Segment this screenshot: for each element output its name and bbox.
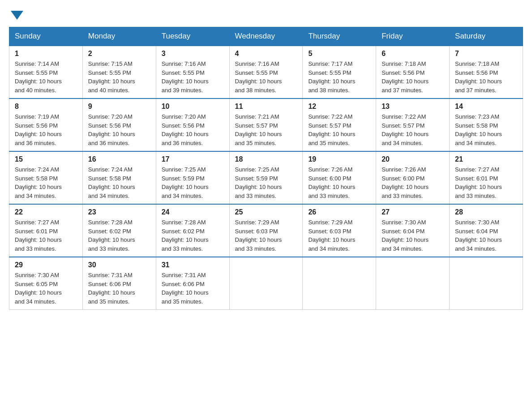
calendar-header-wednesday: Wednesday [229, 27, 303, 46]
day-number: 14 [455, 103, 517, 111]
calendar-cell: 23 Sunrise: 7:28 AMSunset: 6:02 PMDaylig… [82, 204, 156, 257]
day-number: 27 [382, 208, 444, 216]
day-number: 10 [162, 103, 224, 111]
day-info: Sunrise: 7:20 AMSunset: 5:56 PMDaylight:… [162, 113, 209, 146]
day-number: 28 [455, 208, 517, 216]
day-number: 8 [15, 103, 77, 111]
day-number: 17 [162, 155, 224, 163]
day-info: Sunrise: 7:18 AMSunset: 5:56 PMDaylight:… [382, 60, 429, 94]
calendar-cell: 5 Sunrise: 7:17 AMSunset: 5:55 PMDayligh… [303, 46, 376, 98]
day-number: 18 [235, 155, 297, 163]
calendar-week-row: 22 Sunrise: 7:27 AMSunset: 6:01 PMDaylig… [9, 204, 523, 257]
calendar-header-friday: Friday [376, 27, 450, 46]
day-info: Sunrise: 7:26 AMSunset: 6:00 PMDaylight:… [308, 166, 355, 199]
day-info: Sunrise: 7:21 AMSunset: 5:57 PMDaylight:… [235, 113, 282, 146]
calendar-table: SundayMondayTuesdayWednesdayThursdayFrid… [9, 27, 523, 310]
day-number: 16 [88, 155, 150, 163]
day-info: Sunrise: 7:24 AMSunset: 5:58 PMDaylight:… [88, 166, 135, 199]
day-info: Sunrise: 7:15 AMSunset: 5:55 PMDaylight:… [88, 60, 135, 94]
calendar-cell [376, 257, 450, 310]
calendar-header-thursday: Thursday [303, 27, 376, 46]
calendar-cell [450, 257, 523, 310]
day-info: Sunrise: 7:23 AMSunset: 5:58 PMDaylight:… [455, 113, 502, 146]
day-info: Sunrise: 7:24 AMSunset: 5:58 PMDaylight:… [15, 166, 62, 199]
day-number: 12 [308, 103, 370, 111]
day-number: 1 [15, 50, 77, 58]
day-info: Sunrise: 7:26 AMSunset: 6:00 PMDaylight:… [382, 166, 429, 199]
day-number: 19 [308, 155, 370, 163]
day-number: 22 [15, 208, 77, 216]
logo-triangle-icon [11, 11, 23, 20]
day-number: 11 [235, 103, 297, 111]
calendar-cell: 9 Sunrise: 7:20 AMSunset: 5:56 PMDayligh… [82, 98, 156, 151]
calendar-header-tuesday: Tuesday [156, 27, 229, 46]
day-info: Sunrise: 7:31 AMSunset: 6:06 PMDaylight:… [162, 272, 209, 305]
day-info: Sunrise: 7:30 AMSunset: 6:04 PMDaylight:… [382, 219, 429, 252]
calendar-cell [303, 257, 376, 310]
calendar-cell: 11 Sunrise: 7:21 AMSunset: 5:57 PMDaylig… [229, 98, 303, 151]
day-number: 31 [162, 261, 224, 269]
day-info: Sunrise: 7:16 AMSunset: 5:55 PMDaylight:… [162, 60, 209, 94]
calendar-cell: 19 Sunrise: 7:26 AMSunset: 6:00 PMDaylig… [303, 151, 376, 204]
calendar-cell: 14 Sunrise: 7:23 AMSunset: 5:58 PMDaylig… [450, 98, 523, 151]
calendar-cell: 26 Sunrise: 7:29 AMSunset: 6:03 PMDaylig… [303, 204, 376, 257]
day-info: Sunrise: 7:29 AMSunset: 6:03 PMDaylight:… [235, 219, 282, 252]
calendar-cell: 8 Sunrise: 7:19 AMSunset: 5:56 PMDayligh… [9, 98, 83, 151]
day-info: Sunrise: 7:20 AMSunset: 5:56 PMDaylight:… [88, 113, 135, 146]
day-number: 15 [15, 155, 77, 163]
day-info: Sunrise: 7:27 AMSunset: 6:01 PMDaylight:… [455, 166, 502, 199]
calendar-cell [229, 257, 303, 310]
calendar-cell: 25 Sunrise: 7:29 AMSunset: 6:03 PMDaylig… [229, 204, 303, 257]
calendar-cell: 15 Sunrise: 7:24 AMSunset: 5:58 PMDaylig… [9, 151, 83, 204]
day-number: 29 [15, 261, 77, 269]
calendar-cell: 16 Sunrise: 7:24 AMSunset: 5:58 PMDaylig… [82, 151, 156, 204]
day-number: 30 [88, 261, 150, 269]
calendar-cell: 6 Sunrise: 7:18 AMSunset: 5:56 PMDayligh… [376, 46, 450, 98]
day-number: 3 [162, 50, 224, 58]
calendar-cell: 18 Sunrise: 7:25 AMSunset: 5:59 PMDaylig… [229, 151, 303, 204]
day-info: Sunrise: 7:14 AMSunset: 5:55 PMDaylight:… [15, 60, 62, 94]
calendar-cell: 12 Sunrise: 7:22 AMSunset: 5:57 PMDaylig… [303, 98, 376, 151]
day-number: 23 [88, 208, 150, 216]
calendar-cell: 13 Sunrise: 7:22 AMSunset: 5:57 PMDaylig… [376, 98, 450, 151]
calendar-header-monday: Monday [82, 27, 156, 46]
day-info: Sunrise: 7:30 AMSunset: 6:05 PMDaylight:… [15, 272, 62, 305]
calendar-cell: 24 Sunrise: 7:28 AMSunset: 6:02 PMDaylig… [156, 204, 229, 257]
calendar-cell: 21 Sunrise: 7:27 AMSunset: 6:01 PMDaylig… [450, 151, 523, 204]
day-info: Sunrise: 7:28 AMSunset: 6:02 PMDaylight:… [162, 219, 209, 252]
day-info: Sunrise: 7:25 AMSunset: 5:59 PMDaylight:… [235, 166, 282, 199]
day-number: 5 [308, 50, 370, 58]
calendar-cell: 3 Sunrise: 7:16 AMSunset: 5:55 PMDayligh… [156, 46, 229, 98]
calendar-week-row: 8 Sunrise: 7:19 AMSunset: 5:56 PMDayligh… [9, 98, 523, 151]
calendar-week-row: 1 Sunrise: 7:14 AMSunset: 5:55 PMDayligh… [9, 46, 523, 98]
day-number: 6 [382, 50, 444, 58]
day-info: Sunrise: 7:29 AMSunset: 6:03 PMDaylight:… [308, 219, 355, 252]
calendar-cell: 17 Sunrise: 7:25 AMSunset: 5:59 PMDaylig… [156, 151, 229, 204]
day-number: 21 [455, 155, 517, 163]
calendar-cell: 2 Sunrise: 7:15 AMSunset: 5:55 PMDayligh… [82, 46, 156, 98]
day-info: Sunrise: 7:17 AMSunset: 5:55 PMDaylight:… [308, 60, 355, 94]
calendar-cell: 30 Sunrise: 7:31 AMSunset: 6:06 PMDaylig… [82, 257, 156, 310]
day-number: 26 [308, 208, 370, 216]
day-info: Sunrise: 7:16 AMSunset: 5:55 PMDaylight:… [235, 60, 282, 94]
day-number: 20 [382, 155, 444, 163]
calendar-cell: 7 Sunrise: 7:18 AMSunset: 5:56 PMDayligh… [450, 46, 523, 98]
calendar-cell: 31 Sunrise: 7:31 AMSunset: 6:06 PMDaylig… [156, 257, 229, 310]
calendar-week-row: 15 Sunrise: 7:24 AMSunset: 5:58 PMDaylig… [9, 151, 523, 204]
calendar-week-row: 29 Sunrise: 7:30 AMSunset: 6:05 PMDaylig… [9, 257, 523, 310]
day-info: Sunrise: 7:31 AMSunset: 6:06 PMDaylight:… [88, 272, 135, 305]
day-info: Sunrise: 7:27 AMSunset: 6:01 PMDaylight:… [15, 219, 62, 252]
day-info: Sunrise: 7:30 AMSunset: 6:04 PMDaylight:… [455, 219, 502, 252]
calendar-cell: 29 Sunrise: 7:30 AMSunset: 6:05 PMDaylig… [9, 257, 83, 310]
calendar-cell: 27 Sunrise: 7:30 AMSunset: 6:04 PMDaylig… [376, 204, 450, 257]
day-number: 9 [88, 103, 150, 111]
day-info: Sunrise: 7:25 AMSunset: 5:59 PMDaylight:… [162, 166, 209, 199]
day-number: 4 [235, 50, 297, 58]
calendar-header-sunday: Sunday [9, 27, 83, 46]
calendar-cell: 20 Sunrise: 7:26 AMSunset: 6:00 PMDaylig… [376, 151, 450, 204]
calendar-cell: 10 Sunrise: 7:20 AMSunset: 5:56 PMDaylig… [156, 98, 229, 151]
calendar-cell: 28 Sunrise: 7:30 AMSunset: 6:04 PMDaylig… [450, 204, 523, 257]
day-number: 24 [162, 208, 224, 216]
logo [9, 9, 23, 18]
calendar-cell: 1 Sunrise: 7:14 AMSunset: 5:55 PMDayligh… [9, 46, 83, 98]
